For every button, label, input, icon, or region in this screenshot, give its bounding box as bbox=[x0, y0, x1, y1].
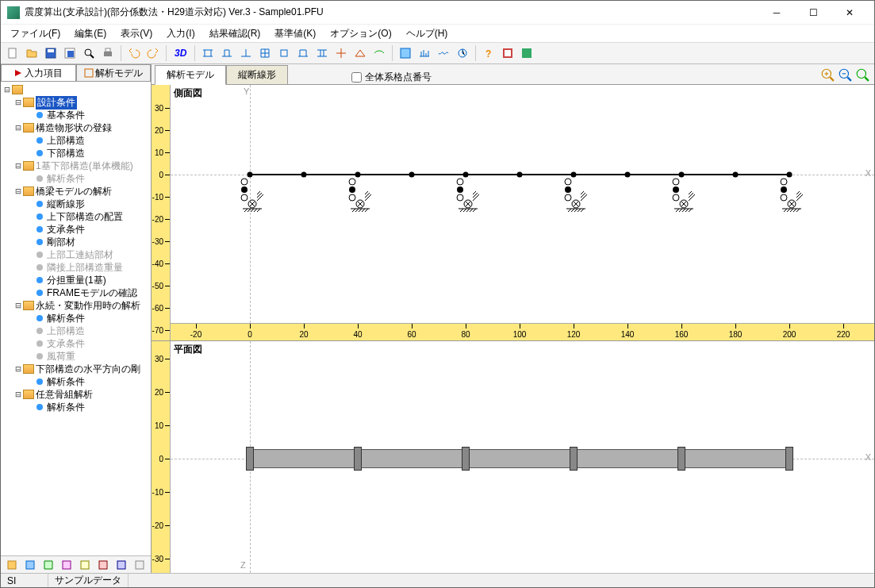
close-button[interactable]: ✕ bbox=[831, 2, 868, 24]
open-icon[interactable] bbox=[23, 44, 40, 62]
menu-result[interactable]: 結果確認(R) bbox=[203, 25, 267, 42]
tree-node[interactable]: 解析条件 bbox=[2, 312, 149, 325]
tree-node[interactable]: ⊟下部構造の水平方向の剛 bbox=[2, 363, 149, 375]
plan-pier bbox=[354, 447, 362, 471]
sidefoot-icon-8[interactable] bbox=[131, 556, 148, 574]
undo-icon[interactable] bbox=[125, 44, 143, 62]
print-icon[interactable] bbox=[99, 44, 117, 62]
zoom-out-icon[interactable] bbox=[838, 67, 852, 82]
about-icon[interactable] bbox=[518, 44, 535, 62]
struct-icon-6[interactable] bbox=[294, 44, 312, 62]
minimize-button[interactable]: ─ bbox=[758, 2, 795, 24]
axis-x-label: X bbox=[865, 168, 871, 178]
calc-icon-2[interactable] bbox=[416, 44, 433, 62]
sidefoot-icon-4[interactable] bbox=[59, 556, 75, 574]
struct-icon-1[interactable] bbox=[199, 44, 217, 62]
tree-node[interactable]: 上部構造 bbox=[2, 134, 149, 147]
menu-help[interactable]: ヘルプ(H) bbox=[400, 25, 455, 42]
svg-point-38 bbox=[349, 186, 355, 193]
tree-node[interactable]: ⊟任意骨組解析 bbox=[2, 388, 149, 401]
calc-icon-3[interactable] bbox=[435, 44, 452, 62]
sidefoot-icon-3[interactable] bbox=[40, 556, 57, 574]
menu-option[interactable]: オプション(O) bbox=[324, 25, 397, 42]
struct-icon-10[interactable] bbox=[370, 44, 388, 62]
tree-node[interactable]: 解析条件 bbox=[2, 172, 149, 185]
tree-node[interactable]: 上部工連結部材 bbox=[2, 248, 149, 261]
tree-node[interactable]: 支承条件 bbox=[2, 223, 149, 236]
plan-canvas[interactable]: X Z bbox=[171, 341, 874, 573]
tree-node[interactable]: 基本条件 bbox=[2, 109, 149, 121]
sidefoot-icon-6[interactable] bbox=[94, 556, 111, 574]
zoom-fit-icon[interactable] bbox=[855, 67, 869, 82]
svg-rect-23 bbox=[136, 561, 144, 569]
tree-node[interactable]: ⊟構造物形状の登録 bbox=[2, 121, 149, 134]
struct-icon-4[interactable] bbox=[256, 44, 274, 62]
svg-rect-0 bbox=[9, 48, 16, 58]
side-view[interactable]: 3020100-10-20-30-40-50-60-70 側面図 Y X -20… bbox=[152, 85, 874, 340]
support-symbol bbox=[236, 177, 263, 217]
svg-point-53 bbox=[781, 179, 787, 185]
maximize-button[interactable]: ☐ bbox=[795, 2, 831, 24]
tree-node[interactable]: ⊟ bbox=[2, 83, 149, 96]
struct-icon-7[interactable] bbox=[313, 44, 331, 62]
checkbox-global-nodes-input[interactable] bbox=[351, 72, 362, 83]
svg-rect-21 bbox=[99, 561, 107, 569]
tree-node[interactable]: 解析条件 bbox=[2, 375, 149, 388]
struct-icon-5[interactable] bbox=[275, 44, 293, 62]
save-icon[interactable] bbox=[42, 44, 59, 62]
menu-file[interactable]: ファイル(F) bbox=[4, 25, 67, 42]
redo-icon[interactable] bbox=[144, 44, 162, 62]
tree-node[interactable]: 上部構造 bbox=[2, 325, 149, 337]
svg-line-25 bbox=[830, 77, 834, 81]
sidefoot-icon-5[interactable] bbox=[77, 556, 94, 574]
preview-icon[interactable] bbox=[80, 44, 98, 62]
side-canvas[interactable]: Y X bbox=[171, 85, 874, 323]
menu-edit[interactable]: 編集(E) bbox=[68, 25, 113, 42]
calc-icon-1[interactable] bbox=[397, 44, 414, 62]
saveas-icon[interactable] bbox=[61, 44, 79, 62]
struct-icon-9[interactable] bbox=[351, 44, 369, 62]
zoom-in-icon[interactable] bbox=[820, 67, 835, 82]
tree-node[interactable]: ⊟永続・変動作用時の解析 bbox=[2, 299, 149, 312]
menu-standard[interactable]: 基準値(K) bbox=[268, 25, 322, 42]
calc-icon-4[interactable] bbox=[454, 44, 471, 62]
plan-beam bbox=[247, 449, 792, 468]
tree-node[interactable]: 下部構造 bbox=[2, 147, 149, 159]
tab-profile[interactable]: 縦断線形 bbox=[226, 65, 288, 85]
tab-model[interactable]: 解析モデル bbox=[155, 65, 226, 85]
svg-point-50 bbox=[673, 186, 679, 193]
tree-node[interactable]: 分担重量(1基) bbox=[2, 274, 149, 286]
tree-node[interactable]: 風荷重 bbox=[2, 350, 149, 363]
tree-node[interactable]: FRAMEモデルの確認 bbox=[2, 286, 149, 299]
3d-button[interactable]: 3D bbox=[171, 44, 190, 62]
sidefoot-icon-7[interactable] bbox=[113, 556, 129, 574]
tree-node[interactable]: ⊟設計条件 bbox=[2, 96, 149, 109]
sidefoot-icon-2[interactable] bbox=[22, 556, 39, 574]
tree-node[interactable]: ⊟1基下部構造(単体機能) bbox=[2, 159, 149, 172]
sidefoot-icon-1[interactable] bbox=[4, 556, 21, 574]
plan-view[interactable]: 3020100-10-20-30 平面図 X Z bbox=[152, 340, 874, 573]
menu-view[interactable]: 表示(V) bbox=[114, 25, 159, 42]
window-title: 震度算出(支承設計)(部分係数法・H29道示対応) Ver.3 - Sample… bbox=[25, 6, 758, 19]
tree-node[interactable]: 隣接上部構造重量 bbox=[2, 261, 149, 274]
info-icon[interactable] bbox=[499, 44, 516, 62]
help-icon[interactable]: ? bbox=[480, 44, 497, 62]
tree-node[interactable]: 上下部構造の配置 bbox=[2, 210, 149, 223]
axis-x-label-plan: X bbox=[865, 452, 871, 462]
struct-icon-3[interactable] bbox=[237, 44, 255, 62]
tree-node[interactable]: 縦断線形 bbox=[2, 198, 149, 210]
tree-node[interactable]: 支承条件 bbox=[2, 337, 149, 350]
svg-rect-7 bbox=[104, 52, 112, 56]
new-icon[interactable] bbox=[4, 44, 21, 62]
struct-icon-2[interactable] bbox=[218, 44, 236, 62]
tree-node[interactable]: 剛部材 bbox=[2, 236, 149, 248]
tree-node[interactable]: ⊟橋梁モデルの解析 bbox=[2, 185, 149, 198]
sidebar-tab-model[interactable]: 解析モデル bbox=[76, 64, 152, 81]
struct-icon-8[interactable] bbox=[332, 44, 350, 62]
sidebar-tab-input[interactable]: 入力項目 bbox=[1, 64, 76, 81]
tree-node[interactable]: 解析条件 bbox=[2, 401, 149, 413]
checkbox-global-nodes[interactable]: 全体系格点番号 bbox=[351, 71, 432, 84]
tree-view[interactable]: ⊟⊟設計条件基本条件⊟構造物形状の登録上部構造下部構造⊟1基下部構造(単体機能)… bbox=[1, 82, 151, 555]
svg-rect-19 bbox=[63, 561, 71, 569]
menu-input[interactable]: 入力(I) bbox=[160, 25, 201, 42]
